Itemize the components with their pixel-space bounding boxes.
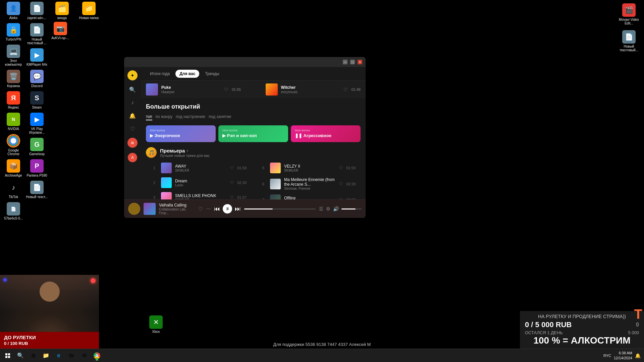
player-progress-bar[interactable]: [244, 208, 316, 209]
desktop-icon-yandex[interactable]: Я Яндекс: [2, 91, 25, 109]
taskbar-edge-icon[interactable]: e: [53, 350, 65, 362]
wave-card-rap[interactable]: Моя волна ▶ Рэп и хип-хоп: [218, 125, 288, 142]
taskbar-chrome-icon[interactable]: [91, 350, 103, 362]
desktop-icon-steam[interactable]: S Steam: [25, 91, 49, 109]
taskbar-store-icon[interactable]: 🛍: [65, 350, 77, 362]
tab-itogi-goda[interactable]: Итоги года: [146, 70, 174, 78]
window-minimize-button[interactable]: ─: [343, 60, 347, 64]
desktop-icon-gameloop[interactable]: G Gameloop: [25, 138, 49, 156]
desktop-icon-korzina[interactable]: 🗑️ Корзина: [2, 70, 25, 88]
left-track-heart-icon[interactable]: ♡: [224, 87, 228, 92]
filter-top[interactable]: топ: [146, 114, 152, 120]
wave-card-energetic-title: ▶ Энергичное: [150, 133, 212, 138]
player-settings-icon[interactable]: ⚙: [326, 206, 330, 212]
track-info-away: AWAY SKWLKR: [175, 164, 227, 172]
sidebar-avatar[interactable]: A: [128, 153, 137, 162]
sidebar-heart-icon[interactable]: ♡: [128, 125, 137, 133]
desktop-icon-aleks[interactable]: 👤 Aleks: [2, 2, 25, 20]
desktop-icon-zapret[interactable]: 📄 zapret-win-...: [25, 2, 49, 20]
track-name-dream: Dream: [175, 179, 227, 183]
desktop-icon-new-text-right[interactable]: 📄 Новый текстовый...: [617, 30, 641, 52]
wave-card-aggressive[interactable]: Моя волна ❚❚ Агрессивное: [291, 125, 361, 142]
player-pause-button[interactable]: ⏸: [223, 204, 232, 214]
track-heart-phonk[interactable]: ♡: [230, 195, 234, 200]
track-heart-away[interactable]: ♡: [230, 166, 234, 170]
window-maximize-button[interactable]: □: [350, 60, 355, 64]
desktop-icon-my-computer[interactable]: 💻 Этот компьютер: [2, 45, 25, 66]
player-more-icon[interactable]: ···: [206, 206, 211, 212]
track-num-3: 3: [151, 195, 158, 199]
premiere-title: Премьера: [160, 148, 185, 154]
music-player-window: ─ □ ✕ ✦ 🔍 ♪ 🔔 ♡ ≋ A Итоги года Для вас: [124, 57, 366, 218]
desktop-icon-new-text1[interactable]: 📄 Новый текстовый ...: [25, 23, 49, 45]
desktop-icon-pantera[interactable]: P Pantera P590: [25, 159, 49, 177]
sidebar-search-icon[interactable]: 🔍: [128, 85, 137, 94]
filter-mood[interactable]: под настроение: [176, 114, 205, 120]
track-heart-ennemie[interactable]: ♡: [339, 182, 343, 186]
right-track-name: Witcher: [281, 85, 340, 90]
now-playing-row: Puke Haarper ♡ 01:55 Witcher ereymusic ♡: [141, 81, 366, 98]
desktop-icon-movavi[interactable]: 🎬 Movavi Video Edit...: [617, 3, 641, 25]
player-track-artist: Collaboration Lab, Геор...: [159, 207, 195, 215]
track-name-velzy: VELZY II: [284, 164, 336, 169]
desktop-icons-col1: 👤 Aleks 🔒 TurboVPN 💻 Этот компьютер 🗑️ К…: [2, 2, 25, 224]
track-name-ennemie: Ma Meilleure Ennemie (from the Arcane S.…: [284, 177, 336, 187]
desktop-icon-google-chrome[interactable]: Google Chrome: [2, 134, 25, 156]
tab-trendy[interactable]: Тренды: [201, 70, 223, 78]
taskbar-left: 🔍 ⧉ 📁 e 🛍 ✉: [0, 350, 103, 362]
desktop-icons-folders: 🗂️ винда: [50, 2, 74, 23]
taskbar-file-explorer-icon[interactable]: 📁: [40, 350, 52, 362]
desktop-icon-turbovpn[interactable]: 🔒 TurboVPN: [2, 23, 25, 41]
sidebar-music-icon[interactable]: ♪: [128, 99, 137, 107]
desktop-icon-vinda[interactable]: 🗂️ винда: [50, 2, 74, 20]
sidebar-bell-icon[interactable]: 🔔: [128, 112, 137, 120]
chrome-notif-dot: [96, 358, 98, 361]
sidebar-radio-icon[interactable]: ≋: [127, 138, 138, 148]
track-item-away[interactable]: 1 AWAY SKWLKR ♡ 01:58: [146, 161, 252, 175]
taskbar-start-button[interactable]: [2, 350, 14, 362]
taskbar-task-view-icon[interactable]: ⧉: [27, 350, 39, 362]
svg-rect-0: [5, 353, 7, 355]
track-name-phonk: SMELLS LIKE PHONK: [175, 193, 227, 198]
track-name-away: AWAY: [175, 164, 227, 169]
volume-slider[interactable]: [341, 208, 362, 209]
sidebar-logo[interactable]: ✦: [127, 70, 138, 80]
right-track-heart-icon[interactable]: ♡: [343, 87, 348, 92]
wave-card-energetic[interactable]: Моя волна ▶ Энергичное: [146, 125, 216, 142]
desktop-icon-new-text2[interactable]: 📄 Новый текст...: [25, 181, 49, 199]
premiere-header: 🎵 Премьера › Лучшие новые треки для вас: [146, 147, 361, 158]
letter-t-overlay: T: [634, 307, 642, 322]
track-item-velzy[interactable]: 5 VELZY II SKWLKR ♡ 01:59: [255, 161, 361, 175]
section-title: Больше открытий: [141, 98, 366, 112]
player-prev-button[interactable]: ⏮: [214, 205, 220, 213]
desktop-icon-discord[interactable]: 💬 Discord: [25, 70, 49, 88]
filter-genre[interactable]: по жанру: [156, 114, 172, 120]
player-queue-icon[interactable]: ☰: [319, 206, 323, 212]
player-volume-icon[interactable]: 🔊: [333, 206, 339, 212]
player-heart-icon[interactable]: ♡: [198, 206, 203, 212]
desktop-icon-avkvi: 📷 AvKVI-np-...: [49, 22, 72, 43]
taskbar-notification-icon[interactable]: 🔔: [635, 353, 641, 358]
desktop-icon-kmplayer[interactable]: ▶ KMPlayer 64x: [25, 48, 49, 66]
desktop-icon-file1[interactable]: 📄 57be6c0-0...: [2, 202, 25, 220]
track-item-dream[interactable]: 2 Dream Lunix ♡ 02:30: [146, 175, 252, 190]
right-track-time: 01:48: [351, 87, 361, 92]
xbox-desktop-icon[interactable]: ✕ Xbox: [144, 315, 168, 337]
desktop-icon-archiveage[interactable]: 📦 ArchiveAge: [2, 159, 25, 177]
track-item-ennemie[interactable]: 6 Ma Meilleure Ennemie (from the Arcane …: [255, 175, 361, 192]
taskbar-mail-icon[interactable]: ✉: [78, 350, 90, 362]
window-close-button[interactable]: ✕: [358, 60, 362, 64]
track-artist-ennemie: Stromae, Pomme: [284, 187, 336, 190]
desktop-icon-tiktok[interactable]: ♪ TikTok: [2, 181, 25, 199]
tab-dlya-vas[interactable]: Для вас: [175, 70, 199, 78]
desktop-icon-vkplay[interactable]: ▶ VK Play Игровое...: [25, 113, 49, 134]
track-heart-velzy[interactable]: ♡: [339, 166, 343, 170]
music-sidebar: ✦ 🔍 ♪ 🔔 ♡ ≋ A: [124, 67, 141, 218]
taskbar-search-icon[interactable]: 🔍: [14, 350, 26, 362]
player-next-button[interactable]: ⏭: [235, 205, 241, 213]
desktop-icon-nvidia[interactable]: N NVIDIA: [2, 113, 25, 131]
filter-activity[interactable]: под занятие: [209, 114, 231, 120]
right-track-info: Witcher ereymusic: [281, 85, 340, 94]
filter-tabs: топ по жанру под настроение под занятие: [141, 112, 366, 124]
track-heart-dream[interactable]: ♡: [230, 180, 234, 185]
